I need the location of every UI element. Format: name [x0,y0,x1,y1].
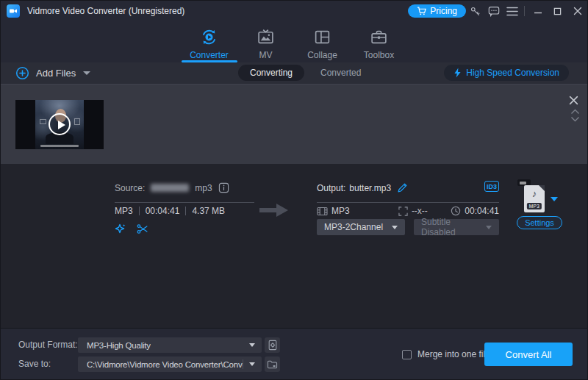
add-files-button[interactable]: Add Files [15,66,90,80]
add-files-caret-icon[interactable] [83,71,90,75]
output-format-dropdown[interactable]: MP3-High Quality [78,337,262,353]
add-files-label: Add Files [36,68,76,79]
chevron-up-icon[interactable] [570,109,580,115]
subtitle-dropdown[interactable]: Subtitle Disabled [414,219,499,235]
register-key-button[interactable] [466,1,484,21]
source-filename-blurred [151,184,189,192]
format-settings-button[interactable] [265,337,280,353]
merge-option: Merge into one file [402,349,490,359]
pencil-edit-icon[interactable] [397,182,408,193]
reorder-controls [570,109,580,122]
meta-separator [185,207,186,215]
meta-separator [139,207,140,215]
tab-mv[interactable]: MV [238,21,294,62]
profile-caret-icon[interactable] [551,197,558,201]
output-profile-icon[interactable]: ♪ MP3 [524,185,545,212]
app-window: Vidmore Video Converter (Unregistered) P… [0,0,588,380]
divider [115,202,254,203]
converted-tab[interactable]: Converted [320,68,361,78]
source-meta: MP3 00:04:41 4.37 MB [115,206,225,216]
output-label: Output: [317,183,345,193]
mv-icon [257,28,275,46]
high-speed-label: High Speed Conversion [466,68,559,78]
file-list-empty-area [1,164,587,328]
divider [317,202,499,203]
save-path-value: C:\Vidmore\Vidmore Video Converter\Conve… [87,360,243,369]
titlebar-divider [524,6,525,16]
output-format-value: MP3 [331,206,350,216]
chevron-down-icon [249,343,255,347]
maximize-icon [553,7,562,15]
dropdown-divider [243,359,243,369]
settings-button[interactable]: Settings [517,216,562,229]
output-filename: butter.mp3 [349,183,391,193]
subtitle-value: Subtitle Disabled [421,217,486,237]
id3-tag-button[interactable]: ID3 [484,181,499,192]
collage-icon [313,28,331,46]
hamburger-menu-icon [506,7,518,16]
tab-mv-label: MV [259,50,273,60]
magic-star-edit-icon[interactable] [114,223,126,235]
key-icon [470,6,481,17]
converting-tab[interactable]: Converting [238,65,304,81]
chevron-down-icon[interactable] [570,116,580,122]
pricing-button[interactable]: Pricing [408,4,466,18]
menu-button[interactable] [503,1,521,21]
scissors-cut-icon[interactable] [136,223,148,235]
music-note-icon: ♪ [524,189,545,198]
tab-collage-label: Collage [307,50,337,60]
main-nav: Converter MV Collage Toolbox [1,21,587,62]
cart-icon [417,7,426,15]
album-art-logo-right [74,118,80,125]
output-resolution: --x-- [412,206,428,216]
folder-icon [267,359,278,369]
tab-collage[interactable]: Collage [295,21,351,62]
minimize-icon [534,7,542,15]
source-label: Source: [115,183,145,193]
play-button[interactable] [49,113,71,135]
convert-all-button[interactable]: Convert All [484,343,573,366]
minimize-button[interactable] [528,1,548,21]
media-thumbnail[interactable] [15,100,104,149]
audio-profile-value: MP3-2Channel [324,222,383,232]
tab-toolbox[interactable]: Toolbox [351,21,407,62]
tab-converter[interactable]: Converter [182,21,237,62]
tab-converter-label: Converter [190,50,229,60]
chevron-down-icon [392,226,398,229]
app-logo-icon [7,4,20,18]
close-icon [573,7,582,15]
resolution-expand-icon [398,207,408,216]
save-to-label: Save to: [18,359,51,369]
add-circle-plus-icon [15,66,29,80]
maximize-button[interactable] [548,1,567,21]
titlebar: Vidmore Video Converter (Unregistered) P… [1,1,587,21]
tab-toolbox-label: Toolbox [364,50,394,60]
album-art-caption [40,145,79,147]
source-format: MP3 [115,206,133,216]
source-extension: mp3 [195,183,212,193]
edit-tools [114,223,148,235]
feedback-bubble-icon [488,6,500,17]
info-icon[interactable] [218,182,229,193]
source-duration: 00:04:41 [146,206,180,216]
clock-icon [451,206,461,216]
close-button[interactable] [567,1,587,21]
chevron-down-icon [486,226,492,229]
film-icon [317,207,328,216]
window-title: Vidmore Video Converter (Unregistered) [27,6,184,16]
remove-x-icon [569,96,578,105]
remove-file-button[interactable] [569,96,578,105]
feedback-button[interactable] [484,1,503,21]
save-path-dropdown[interactable]: C:\Vidmore\Vidmore Video Converter\Conve… [78,356,262,372]
high-speed-conversion-button[interactable]: High Speed Conversion [444,65,569,81]
bottom-bar: Output Format: MP3-High Quality Save to:… [1,328,587,380]
browse-folder-button[interactable] [265,356,280,372]
output-format-selected: MP3-High Quality [87,341,151,350]
audio-profile-dropdown[interactable]: MP3-2Channel [317,219,405,235]
pricing-label: Pricing [430,6,457,16]
converter-icon [200,28,218,46]
merge-checkbox[interactable] [402,350,412,359]
toolbar: Add Files Converting Converted High Spee… [1,62,587,84]
file-row: Source: mp3 MP3 00:04:41 4.37 MB Output:… [1,84,587,164]
chevron-down-icon [249,362,255,366]
